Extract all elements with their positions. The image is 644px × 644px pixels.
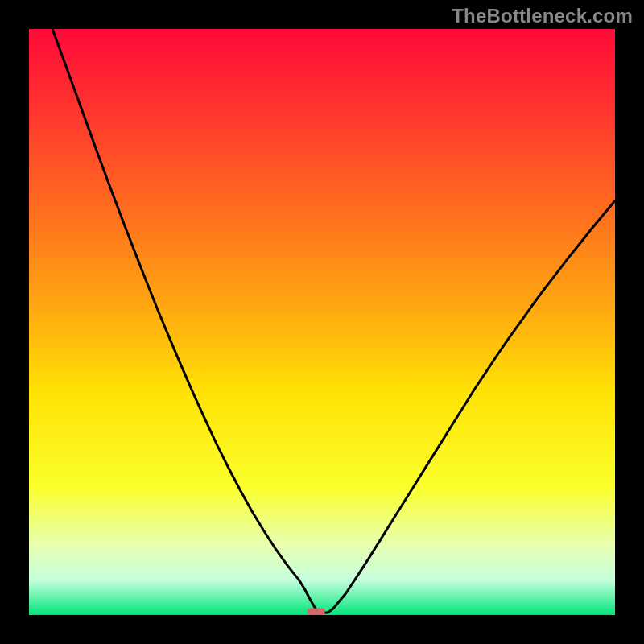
gradient-background xyxy=(29,29,615,615)
chart-frame: { "watermark": "TheBottleneck.com", "col… xyxy=(0,0,644,644)
bottleneck-chart xyxy=(0,0,644,644)
minimum-marker xyxy=(308,609,325,615)
watermark-text: TheBottleneck.com xyxy=(452,5,633,27)
